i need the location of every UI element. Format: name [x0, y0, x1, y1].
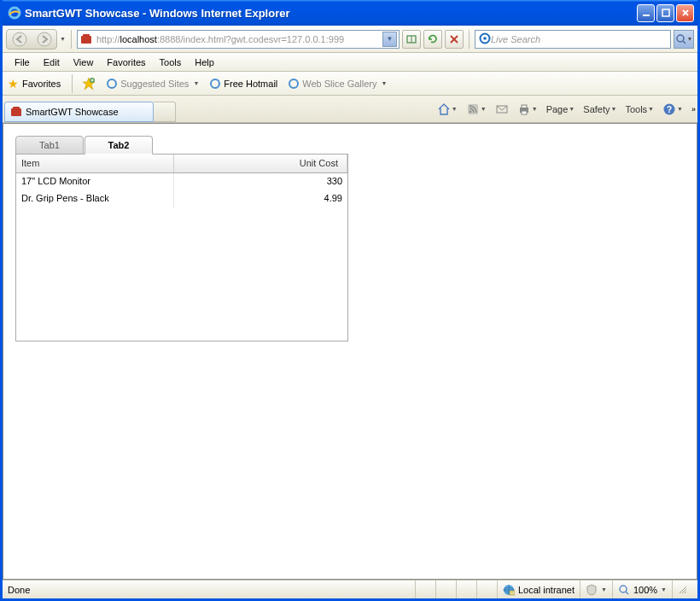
column-header-item[interactable]: Item [16, 155, 174, 172]
divider [71, 30, 72, 49]
tab-label: Tab2 [108, 140, 130, 150]
address-bar[interactable]: http://localhost:8888/index.html?gwt.cod… [77, 30, 400, 49]
svg-rect-27 [510, 591, 515, 595]
svg-point-18 [469, 110, 471, 113]
status-segment [435, 581, 456, 598]
tab-2[interactable]: Tab2 [85, 136, 153, 155]
titlebar: SmartGWT Showcase - Windows Internet Exp… [3, 0, 697, 26]
nav-history-dropdown-icon[interactable]: ▼ [60, 36, 66, 42]
search-button[interactable]: ▼ [674, 30, 694, 49]
back-button[interactable] [7, 30, 32, 49]
menu-edit[interactable]: Edit [37, 55, 67, 69]
favorites-star-icon: ★ [8, 77, 19, 90]
bing-icon [479, 32, 491, 46]
svg-rect-17 [468, 104, 478, 114]
menu-favorites[interactable]: Favorites [100, 55, 152, 69]
svg-point-28 [620, 586, 627, 592]
cell-item: Dr. Grip Pens - Black [16, 190, 174, 207]
svg-rect-5 [81, 36, 91, 44]
minimize-button[interactable] [637, 4, 655, 22]
site-favicon [79, 32, 93, 46]
tab-1[interactable]: Tab1 [15, 136, 84, 155]
tab-favicon [10, 106, 22, 118]
page-menu[interactable]: Page▼ [543, 102, 579, 116]
maximize-button[interactable] [656, 4, 674, 22]
svg-point-9 [483, 37, 487, 40]
zone-label: Local intranet [518, 585, 575, 595]
chevron-down-icon: ▼ [601, 586, 607, 592]
chevron-down-icon: ▼ [661, 586, 667, 592]
svg-rect-2 [662, 9, 669, 16]
page-content: Tab1 Tab2 Item Unit Cost 17" LCD Monitor… [3, 123, 697, 580]
home-button[interactable]: ▼ [434, 101, 461, 118]
svg-rect-1 [643, 15, 650, 16]
add-favorite-button[interactable] [79, 75, 99, 92]
print-button[interactable]: ▼ [514, 101, 541, 118]
divider [469, 30, 470, 49]
svg-point-3 [13, 32, 26, 46]
close-button[interactable] [676, 4, 694, 22]
browser-tab-title: SmartGWT Showcase [26, 107, 119, 117]
zoom-control[interactable]: 100% ▼ [612, 581, 672, 598]
divider [72, 74, 73, 93]
tools-menu[interactable]: Tools▼ [621, 102, 657, 116]
svg-point-13 [211, 79, 219, 88]
chevron-down-icon: ▼ [481, 106, 487, 112]
cell-unit-cost: 330 [174, 173, 347, 190]
search-box[interactable]: Live Search [475, 30, 671, 49]
status-bar: Done Local intranet ▼ 100% ▼ [3, 580, 697, 598]
web-slice-gallery-link[interactable]: Web Slice Gallery ▼ [284, 76, 390, 91]
stop-button[interactable] [445, 30, 464, 49]
browser-tab-bar: SmartGWT Showcase ▼ ▼ ▼ Page▼ S [3, 96, 697, 123]
protected-mode-button[interactable]: ▼ [580, 581, 612, 598]
status-segment [476, 581, 497, 598]
safety-menu[interactable]: Safety▼ [580, 102, 620, 116]
data-grid: Item Unit Cost 17" LCD Monitor 330 Dr. G… [16, 155, 347, 207]
favorites-label[interactable]: Favorites [22, 79, 66, 89]
chevron-down-icon: ▼ [193, 80, 199, 86]
feeds-button[interactable]: ▼ [463, 101, 490, 118]
chevron-down-icon: ▼ [648, 106, 654, 112]
free-hotmail-link[interactable]: Free Hotmail [206, 76, 281, 91]
grid-row[interactable]: 17" LCD Monitor 330 [16, 173, 347, 190]
svg-rect-22 [522, 111, 527, 114]
help-button[interactable]: ? ▼ [659, 101, 686, 118]
overflow-button[interactable]: » [691, 105, 694, 114]
url-text: http://localhost:8888/index.html?gwt.cod… [96, 34, 382, 44]
forward-button[interactable] [32, 30, 56, 49]
chevron-down-icon: ▼ [569, 106, 575, 112]
svg-point-4 [38, 32, 51, 46]
grid-header-row: Item Unit Cost [16, 155, 347, 173]
refresh-button[interactable] [423, 30, 442, 49]
address-dropdown-button[interactable]: ▼ [382, 32, 397, 47]
svg-rect-16 [13, 107, 20, 109]
menu-help[interactable]: Help [188, 55, 221, 69]
zoom-icon [618, 584, 630, 596]
resize-grip[interactable] [672, 581, 692, 598]
compat-view-button[interactable] [402, 30, 421, 49]
menu-view[interactable]: View [67, 55, 101, 69]
menu-tools[interactable]: Tools [153, 55, 189, 69]
column-header-unit-cost[interactable]: Unit Cost [174, 155, 347, 172]
chevron-down-icon: ▼ [677, 106, 683, 112]
nav-toolbar: ▼ http://localhost:8888/index.html?gwt.c… [3, 26, 697, 53]
svg-point-10 [677, 35, 684, 42]
ie-icon [8, 6, 21, 20]
favorites-bar: ★ Favorites Suggested Sites ▼ Free Hotma… [3, 72, 697, 96]
svg-rect-15 [11, 108, 21, 116]
grid-row[interactable]: Dr. Grip Pens - Black 4.99 [16, 190, 347, 207]
search-placeholder: Live Search [491, 34, 667, 44]
chevron-down-icon: ▼ [452, 106, 458, 112]
browser-tab[interactable]: SmartGWT Showcase [4, 102, 154, 122]
suggested-sites-link[interactable]: Suggested Sites ▼ [102, 76, 202, 91]
svg-text:?: ? [667, 105, 672, 114]
read-mail-button[interactable] [492, 102, 512, 117]
menu-file[interactable]: File [8, 55, 37, 69]
grid-body: 17" LCD Monitor 330 Dr. Grip Pens - Blac… [16, 173, 347, 207]
window-title: SmartGWT Showcase - Windows Internet Exp… [25, 7, 637, 20]
new-tab-button[interactable] [154, 102, 176, 122]
zoom-value: 100% [633, 585, 657, 595]
shield-icon [586, 584, 598, 596]
security-zone[interactable]: Local intranet [497, 581, 580, 598]
status-text: Done [8, 585, 415, 595]
